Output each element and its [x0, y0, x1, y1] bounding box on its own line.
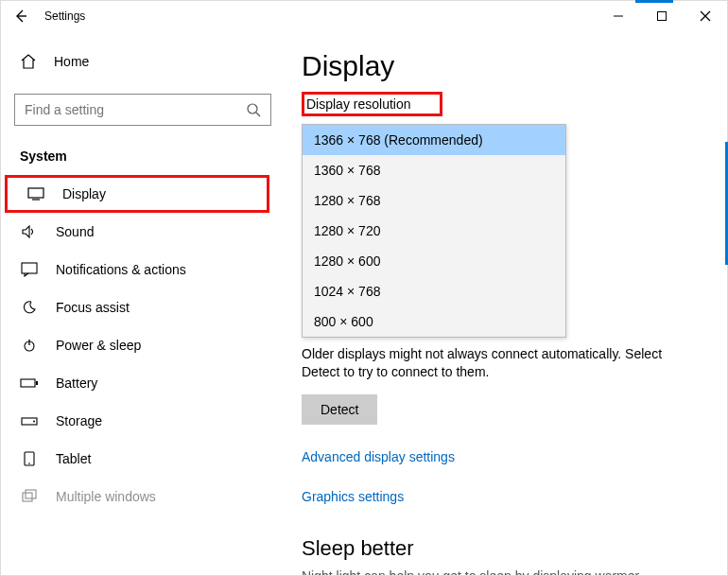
windows-icon [20, 489, 39, 504]
sidebar-item-label: Battery [56, 375, 97, 391]
sidebar-item-label: Power & sleep [56, 338, 141, 353]
sidebar-item-sound[interactable]: Sound [1, 213, 285, 251]
sidebar-item-label: Focus assist [56, 300, 130, 315]
svg-rect-18 [23, 493, 32, 501]
sidebar-item-tablet[interactable]: Tablet [1, 440, 285, 478]
resolution-option[interactable]: 1280 × 600 [303, 246, 565, 276]
svg-rect-9 [22, 263, 37, 273]
search-input[interactable] [25, 102, 246, 117]
sleep-heading: Sleep better [302, 536, 710, 561]
sidebar-item-label: Notifications & actions [56, 262, 186, 277]
resolution-option[interactable]: 800 × 600 [303, 306, 565, 337]
resolution-option[interactable]: 1366 × 768 (Recommended) [303, 125, 565, 155]
sidebar-item-label: Display [62, 186, 106, 201]
resolution-label: Display resolution [302, 92, 442, 116]
close-button[interactable] [684, 1, 727, 31]
search-box[interactable] [14, 94, 271, 126]
home-icon [20, 53, 37, 70]
sidebar-item-multiple-windows[interactable]: Multiple windows [1, 478, 285, 515]
advanced-display-link[interactable]: Advanced display settings [302, 449, 710, 464]
svg-point-15 [33, 421, 35, 423]
sidebar-item-label: Multiple windows [56, 489, 156, 504]
display-icon [26, 187, 45, 201]
power-icon [20, 338, 39, 353]
sidebar-item-label: Sound [56, 224, 94, 239]
resolution-option[interactable]: 1280 × 768 [303, 185, 565, 216]
graphics-settings-link[interactable]: Graphics settings [302, 489, 710, 504]
sidebar-item-focus-assist[interactable]: Focus assist [1, 288, 285, 326]
sidebar-item-label: Tablet [56, 451, 91, 466]
sidebar: Home System Display Sound Notifications … [1, 31, 285, 575]
sidebar-item-power[interactable]: Power & sleep [1, 326, 285, 364]
svg-rect-13 [36, 381, 38, 385]
svg-line-6 [256, 113, 260, 116]
page-title: Display [302, 50, 710, 82]
sidebar-item-notifications[interactable]: Notifications & actions [1, 251, 285, 288]
home-label: Home [54, 54, 89, 69]
storage-icon [20, 415, 39, 427]
sidebar-item-storage[interactable]: Storage [1, 402, 285, 440]
resolution-option[interactable]: 1024 × 768 [303, 276, 565, 306]
maximize-button[interactable] [640, 1, 684, 31]
svg-rect-12 [21, 379, 35, 387]
back-button[interactable] [1, 9, 41, 24]
home-link[interactable]: Home [1, 43, 285, 80]
sound-icon [20, 224, 39, 239]
window-title: Settings [41, 9, 85, 23]
active-app-accent [635, 0, 673, 3]
svg-rect-2 [658, 12, 667, 21]
svg-rect-19 [26, 490, 36, 498]
resolution-option[interactable]: 1360 × 768 [303, 155, 565, 185]
resolution-dropdown[interactable]: 1366 × 768 (Recommended) 1360 × 768 1280… [302, 124, 566, 338]
sidebar-item-label: Storage [56, 413, 102, 428]
svg-point-5 [248, 104, 257, 113]
detect-button[interactable]: Detect [302, 394, 377, 425]
search-icon [246, 102, 261, 117]
resolution-option[interactable]: 1280 × 720 [303, 216, 565, 246]
svg-point-17 [28, 463, 30, 464]
sidebar-item-battery[interactable]: Battery [1, 364, 285, 402]
message-icon [20, 262, 39, 277]
tablet-icon [20, 451, 39, 466]
minimize-button[interactable] [597, 1, 640, 31]
helper-text: Older displays might not always connect … [302, 345, 699, 381]
moon-icon [20, 300, 39, 315]
main-panel: Display Display resolution 1366 × 768 (R… [285, 31, 727, 575]
section-title: System [1, 141, 285, 175]
battery-icon [20, 377, 39, 389]
sidebar-item-display[interactable]: Display [5, 175, 269, 213]
caption-buttons [597, 1, 727, 31]
titlebar: Settings [1, 1, 727, 31]
svg-rect-7 [28, 188, 43, 198]
sleep-text: Night light can help you get to sleep by… [302, 568, 710, 575]
